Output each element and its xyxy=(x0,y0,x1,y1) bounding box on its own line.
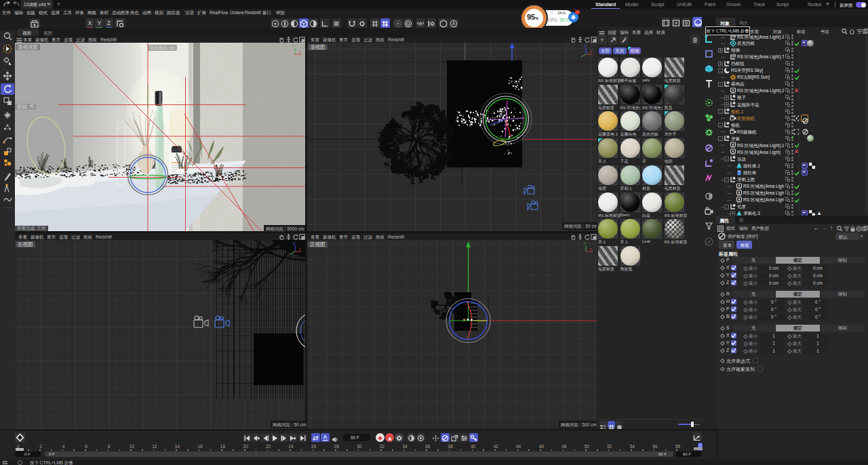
svg-text:A: A xyxy=(452,21,456,26)
svg-text:x: x xyxy=(590,49,592,54)
svg-text:x: x xyxy=(590,247,592,251)
svg-text:Z: Z xyxy=(293,241,296,245)
svg-text:Y: Y xyxy=(292,44,295,48)
svg-text:Z: Z xyxy=(584,44,587,48)
svg-text:Y: Y xyxy=(583,241,586,245)
svg-text:A: A xyxy=(388,436,392,442)
svg-text:x: x xyxy=(299,247,301,251)
svg-text:x: x xyxy=(299,49,301,54)
